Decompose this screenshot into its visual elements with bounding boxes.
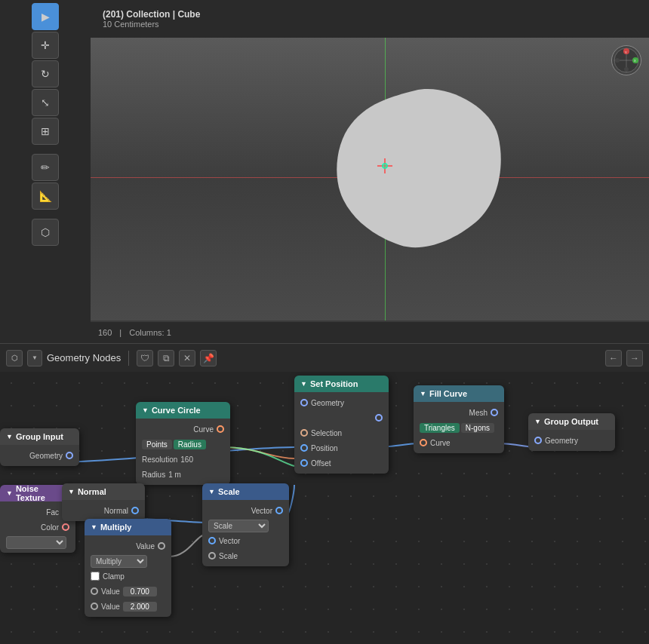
- add-object-btn[interactable]: ⬡: [32, 219, 59, 246]
- radius-row: Radius 1 m: [136, 467, 230, 482]
- sp-pos-in-socket[interactable]: [300, 444, 308, 452]
- multiply-select-row[interactable]: Multiply: [85, 554, 171, 569]
- transform-tool-btn[interactable]: ⊞: [32, 118, 59, 145]
- group-output-header: ▼ Group Output: [528, 413, 615, 430]
- node-editor-type-icon[interactable]: ⬡: [6, 350, 23, 366]
- scale-scale-in[interactable]: [208, 552, 216, 560]
- group-input-body: Geometry: [0, 445, 79, 466]
- scale-dropdown-row[interactable]: Scale: [202, 518, 289, 533]
- curve-out-socket[interactable]: [217, 425, 224, 433]
- scale-vec-in-row: Vector: [202, 533, 289, 548]
- sp-sel-in-socket[interactable]: [300, 429, 308, 437]
- group-output-body: Geometry: [528, 430, 615, 451]
- group-input-header: ▼ Group Input: [0, 428, 79, 445]
- normal-node[interactable]: ▼ Normal Normal: [62, 483, 145, 521]
- resolution-row: Resolution 160: [136, 452, 230, 467]
- set-position-header: ▼ Set Position: [294, 376, 389, 392]
- multiply-operation-select[interactable]: Multiply: [91, 555, 147, 568]
- node-canvas[interactable]: ▼ Group Input Geometry ▼ Noise Texture F…: [0, 372, 649, 644]
- annotate-tool-btn[interactable]: ✏: [32, 154, 59, 181]
- rotate-tool-btn[interactable]: ↻: [32, 60, 59, 87]
- points-tab-btn[interactable]: Points: [142, 440, 172, 449]
- measure-tool-btn[interactable]: 📐: [32, 182, 59, 210]
- fill-curve-node[interactable]: ▼ Fill Curve Mesh Triangles N-gons Curve: [414, 385, 504, 453]
- nav-back-btn[interactable]: ←: [605, 350, 622, 366]
- scale-vec-in[interactable]: [208, 537, 216, 544]
- multiply-body: Value Multiply Clamp Value: [85, 535, 171, 617]
- multiply-value-out[interactable]: [158, 542, 165, 550]
- sp-pos-in: Position: [294, 440, 389, 455]
- set-position-title: Set Position: [310, 379, 358, 388]
- select-tool-btn[interactable]: ▶: [32, 3, 59, 30]
- viewport-status: 160 | Columns: 1: [91, 322, 649, 343]
- fc-mesh-out[interactable]: [491, 409, 498, 416]
- pin-icon-btn[interactable]: 📌: [200, 350, 217, 366]
- radius-value: 1 m: [168, 471, 181, 479]
- curve-circle-node[interactable]: ▼ Curve Circle Curve Points Radius Resol…: [136, 402, 230, 485]
- go-geo-in-socket[interactable]: [534, 437, 542, 444]
- sp-geo-out: [294, 410, 389, 425]
- group-input-geo-row: Geometry: [0, 448, 79, 463]
- fill-curve-body: Mesh Triangles N-gons Curve: [414, 402, 504, 453]
- color-out-socket[interactable]: [62, 523, 69, 531]
- val2-in-socket[interactable]: [91, 603, 98, 610]
- group-output-title: Group Output: [544, 417, 598, 426]
- noise-dropdown-row[interactable]: [0, 535, 75, 550]
- close-icon-btn[interactable]: ✕: [179, 350, 195, 366]
- fill-curve-header: ▼ Fill Curve: [414, 385, 504, 402]
- fc-curve-in[interactable]: [420, 439, 427, 446]
- geo-out-socket[interactable]: [66, 452, 73, 459]
- group-input-node[interactable]: ▼ Group Input Geometry: [0, 428, 79, 466]
- set-position-node[interactable]: ▼ Set Position Geometry Selection Positi…: [294, 376, 389, 474]
- node-editor: ⬡ ▼ Geometry Nodes 🛡 ⧉ ✕ 📌 ← →: [0, 343, 649, 644]
- navigation-gizmo[interactable]: Y X: [611, 45, 641, 75]
- resolution-value: 160: [180, 455, 193, 464]
- multiply-val1-row: Value: [85, 584, 171, 599]
- scale-type-select[interactable]: Scale: [208, 520, 269, 532]
- sp-offset-in: Offset: [294, 455, 389, 471]
- scale-node[interactable]: ▼ Scale Vector Scale Vector: [202, 483, 289, 566]
- clamp-row: Clamp: [85, 569, 171, 584]
- val1-in-socket[interactable]: [91, 587, 98, 595]
- info-bar: (201) Collection | Cube 10 Centimeters: [91, 0, 649, 38]
- sp-offset-in-socket[interactable]: [300, 459, 308, 467]
- scale-body: Vector Scale Vector Scale: [202, 500, 289, 566]
- multiply-node[interactable]: ▼ Multiply Value Multiply Clamp: [85, 519, 171, 617]
- status-number: 160: [98, 328, 112, 337]
- status-columns: Columns: 1: [129, 328, 171, 337]
- sp-geo-out-socket[interactable]: [375, 414, 383, 422]
- shield-icon-btn[interactable]: 🛡: [137, 350, 153, 366]
- nav-fwd-btn[interactable]: →: [626, 350, 643, 366]
- group-input-title: Group Input: [16, 432, 63, 441]
- normal-title: Normal: [78, 487, 106, 496]
- 3d-object-blob: [324, 75, 506, 256]
- sp-geo-in-socket[interactable]: [300, 399, 308, 406]
- 3d-cursor: [377, 158, 392, 173]
- normal-out-socket[interactable]: [131, 507, 139, 514]
- scale-vec-out-row: Vector: [202, 503, 289, 518]
- multiply-title: Multiply: [100, 523, 132, 532]
- group-output-node[interactable]: ▼ Group Output Geometry: [528, 413, 615, 451]
- set-position-body: Geometry Selection Position Offset: [294, 392, 389, 474]
- multiply-value-out-row: Value: [85, 538, 171, 554]
- svg-point-10: [615, 58, 620, 63]
- radius-tab-btn[interactable]: Radius: [174, 440, 206, 449]
- node-editor-label: Geometry Nodes: [47, 352, 121, 363]
- normal-header: ▼ Normal: [62, 483, 145, 500]
- clamp-checkbox[interactable]: [91, 572, 100, 581]
- normal-body: Normal: [62, 500, 145, 521]
- fc-tabs-row: Triangles N-gons: [414, 420, 504, 435]
- value1-input[interactable]: [123, 587, 157, 596]
- ngons-tab-btn[interactable]: N-gons: [461, 423, 494, 433]
- value2-input[interactable]: [123, 602, 157, 612]
- curve-circle-curve-row: Curve: [136, 422, 230, 437]
- noise-dropdown[interactable]: [6, 536, 66, 549]
- copy-icon-btn[interactable]: ⧉: [158, 350, 174, 366]
- scale-vec-out[interactable]: [275, 507, 283, 514]
- scale-tool-btn[interactable]: ⤡: [32, 89, 59, 116]
- sp-sel-in: Selection: [294, 425, 389, 440]
- node-editor-type-dropdown[interactable]: ▼: [27, 350, 42, 366]
- move-tool-btn[interactable]: ✛: [32, 32, 59, 59]
- viewport-canvas[interactable]: Y X: [91, 38, 649, 320]
- triangles-tab-btn[interactable]: Triangles: [420, 423, 460, 433]
